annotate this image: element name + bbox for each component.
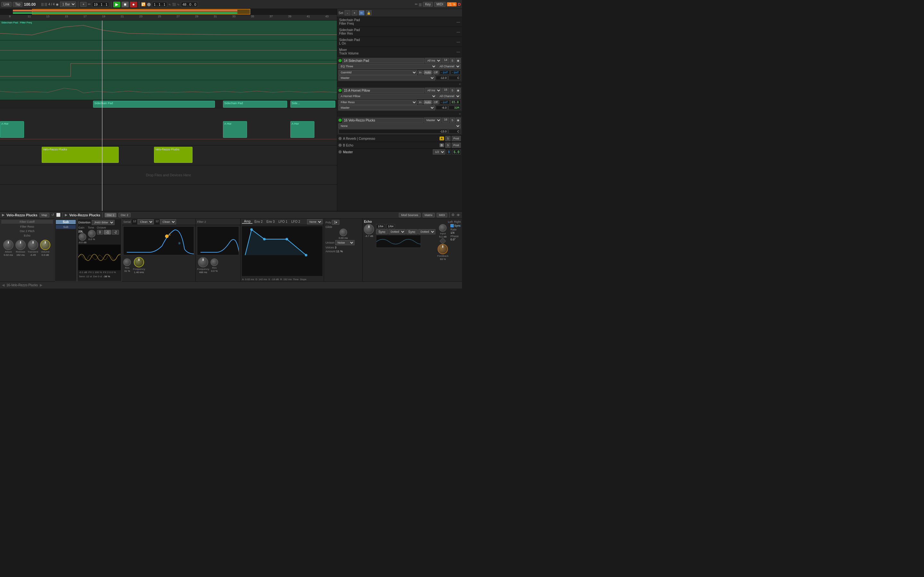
track-15-num[interactable]: 15 <box>442 88 449 93</box>
status-right-arrow[interactable]: ▶ <box>40 283 42 287</box>
dist-oct-0[interactable]: 0 <box>97 230 103 235</box>
osc2-tab[interactable]: Osc 2 <box>118 213 131 218</box>
track-14-in-btn[interactable]: In <box>418 70 423 75</box>
filter1-mode2-select[interactable]: Clean <box>160 219 176 224</box>
master-vol[interactable]: 0 <box>447 150 451 155</box>
bp-eye-icon[interactable]: 👁 <box>457 213 460 217</box>
loop-length-select[interactable]: 1 Bar <box>60 2 76 7</box>
master-frac-select[interactable]: 1/2 <box>433 149 445 155</box>
tap-button[interactable]: Tap <box>13 2 23 7</box>
track-14-num[interactable]: 14 <box>442 58 449 63</box>
filter1-freq-knob-ctrl[interactable] <box>134 257 144 268</box>
track-14-channel-select[interactable]: All Channel <box>437 64 461 69</box>
track-15-input-select[interactable]: All Ins <box>425 88 441 93</box>
track-16-rec-btn[interactable]: ◉ <box>456 118 461 123</box>
echo-sync-checkbox[interactable] <box>451 224 454 227</box>
release-knob[interactable] <box>15 240 26 250</box>
track-15-name[interactable] <box>342 88 425 93</box>
track-14-gainmid-select[interactable]: GainMid <box>338 70 417 75</box>
track-15-in-btn[interactable]: In <box>418 100 423 105</box>
track-14-rec-btn[interactable]: ◉ <box>456 58 461 63</box>
return-a-s-btn[interactable]: S <box>445 136 451 141</box>
status-left-arrow[interactable]: ◀ <box>2 283 5 287</box>
mod-sources-btn[interactable]: Mod Sources <box>399 213 420 218</box>
amp-tab-lfo2[interactable]: LFO 2 <box>289 220 302 223</box>
track-16-name[interactable] <box>342 118 423 123</box>
bp-play-icon[interactable]: ▶ <box>2 213 5 217</box>
osc1-tab[interactable]: Osc 1 <box>105 213 117 218</box>
filter1-circuit2[interactable]: 12 <box>154 219 160 224</box>
return-a-label[interactable]: A <box>439 137 444 140</box>
return-a-post-btn[interactable]: Post <box>452 136 461 141</box>
track-15-device-select[interactable]: A Hornet Pillow <box>338 93 437 99</box>
filter2-freq-knob-ctrl[interactable] <box>198 257 208 268</box>
amp-tab-lfo1[interactable]: LFO 1 <box>276 220 289 223</box>
velo-clip-2[interactable]: Velo-Rezzo Plucks <box>154 147 192 163</box>
track-15-output-select[interactable]: Master <box>338 105 435 110</box>
return-b-label[interactable]: B <box>439 143 444 147</box>
track-16-input-select[interactable]: Master <box>424 118 441 123</box>
filter2-res-knob-ctrl[interactable] <box>210 258 218 266</box>
echo-l-sync[interactable]: 1/64 <box>376 224 385 229</box>
filter1-circuit1[interactable]: 12 <box>132 219 137 224</box>
bp-expand-icon[interactable]: ⬜ <box>56 213 61 217</box>
auto-item-4-minus[interactable]: — <box>457 50 460 53</box>
track-15-pan[interactable]: 32R <box>449 105 461 110</box>
sidechain-clip-3[interactable]: Side... <box>290 101 335 108</box>
bp-play2-icon[interactable]: ▶ <box>65 213 67 217</box>
time-sig-display[interactable]: 4 / 4 <box>48 3 55 6</box>
dist-type-select[interactable]: JN60 Bitter <box>92 220 115 225</box>
add-button[interactable]: + <box>80 2 87 7</box>
track-14-s-btn[interactable]: S <box>450 58 455 63</box>
sidechain-clip-2[interactable]: Sidechain Pad <box>223 101 287 108</box>
track-15-channel-select[interactable]: All Channel <box>437 93 461 99</box>
sidechain-clip-1[interactable]: Sidechain Pad <box>93 101 215 108</box>
track-14-input-select[interactable]: All Ins <box>425 58 441 63</box>
track-14-expand-btn[interactable]: + <box>459 82 461 86</box>
poly-btn[interactable]: 1▾ <box>332 220 340 225</box>
play-button[interactable]: ▶ <box>113 2 120 7</box>
auto-item-2-minus[interactable]: — <box>457 30 460 34</box>
track-16-num[interactable]: 16 <box>442 118 449 123</box>
position-display[interactable]: 19 . 1 . 1 <box>92 2 109 7</box>
track-15-s-btn[interactable]: S <box>450 88 455 93</box>
arrangement-pos[interactable]: 1 . 1 . 1 <box>152 2 167 7</box>
dist-tone-knob[interactable] <box>88 230 95 237</box>
noise-select[interactable]: Noise <box>335 240 355 245</box>
transient-knob[interactable] <box>28 240 38 250</box>
record-button[interactable]: ● <box>130 2 137 7</box>
dist-oct-n1[interactable]: -1 <box>103 230 111 235</box>
auto-item-3-minus[interactable]: — <box>457 40 460 44</box>
bp-refresh-icon[interactable]: ↺ <box>51 213 54 217</box>
hornet-clip-1[interactable]: A Hor <box>0 121 24 138</box>
dist-gain-knob[interactable] <box>79 233 86 241</box>
return-b-post-btn[interactable]: Post <box>452 143 461 148</box>
track-14-auto-btn[interactable]: Auto <box>423 70 432 75</box>
set-pencil-btn[interactable]: ✏ <box>359 10 365 15</box>
set-plus-btn[interactable]: + <box>352 10 357 15</box>
track-14-eq-select[interactable]: EQ Three <box>338 64 437 69</box>
echo-vol-knob-ctrl[interactable] <box>364 224 374 234</box>
hornet-clip-3[interactable]: A Hor <box>290 121 314 138</box>
sub-type-display[interactable]: Sub <box>56 225 76 229</box>
track-15-send2[interactable]: 65.0 <box>451 100 461 105</box>
set-lock-btn[interactable]: 🔒 <box>366 10 372 15</box>
track-14-send2[interactable]: -inf <box>451 70 461 75</box>
track-14-send1[interactable]: -inf <box>439 70 450 75</box>
echo-feedback-knob-ctrl[interactable] <box>438 244 448 254</box>
track-15-auto-btn[interactable]: Auto <box>423 100 432 105</box>
track-15-off-btn[interactable]: Off <box>433 100 439 105</box>
track-16-vol[interactable]: -13.0 <box>338 129 448 134</box>
amp-tab-amp[interactable]: Amp <box>242 219 252 224</box>
return-b-s-btn[interactable]: S <box>445 143 451 148</box>
echo-dotted-select2[interactable]: Dotted <box>418 229 435 234</box>
link-button[interactable]: Link <box>1 2 11 7</box>
filter1-mode1-select[interactable]: Clean <box>137 219 153 224</box>
bp-settings-icon[interactable]: ⚙ <box>451 213 455 217</box>
filter1-res-knob-ctrl[interactable] <box>123 258 131 266</box>
amp-tab-env3[interactable]: Env 3 <box>265 220 277 223</box>
midi-button[interactable]: MIDI <box>434 2 445 7</box>
dist-oct-n2[interactable]: -2 <box>111 230 119 235</box>
overview-strip[interactable] <box>0 9 337 15</box>
midi-btn[interactable]: MIDI <box>437 213 447 218</box>
